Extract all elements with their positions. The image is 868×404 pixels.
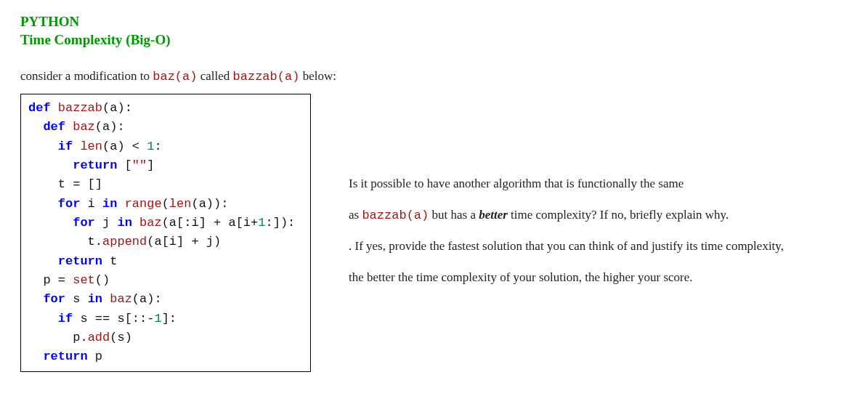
q2-mid: but has a	[429, 208, 479, 222]
num-1: 1	[147, 140, 154, 153]
intro-post: below:	[299, 69, 336, 83]
q3-lead: .	[349, 239, 355, 253]
code-text: t = []	[28, 177, 102, 191]
intro-code-bazzab: bazzab(a)	[233, 70, 300, 84]
fn-baz: baz	[132, 216, 162, 230]
question-line-4: the better the time complexity of your s…	[349, 269, 784, 287]
num-1: 1	[154, 312, 161, 326]
intro-mid: called	[197, 69, 232, 83]
q3-text: If yes, provide the fastest solution tha…	[355, 239, 784, 253]
code-text: t.	[28, 235, 102, 249]
question-line-1: Is it possible to have another algorithm…	[349, 175, 784, 193]
code-text: (a):	[102, 101, 132, 115]
code-text: ()	[95, 273, 110, 287]
code-text: (a) <	[102, 140, 147, 153]
page-heading: PYTHON	[20, 13, 848, 31]
code-text: i	[80, 197, 102, 211]
question-text: Is it possible to have another algorithm…	[349, 94, 784, 300]
fn-bazzab: bazzab	[51, 101, 102, 115]
kw-for: for	[28, 197, 80, 211]
fn-len: len	[169, 197, 192, 211]
kw-if: if	[28, 140, 73, 153]
str-empty: ""	[132, 158, 147, 172]
question-line-3: . If yes, provide the fastest solution t…	[349, 238, 784, 256]
code-text: :]):	[265, 216, 295, 230]
fn-set: set	[73, 273, 95, 287]
q2-pre: as	[349, 208, 362, 222]
question-line-2: as bazzab(a) but has a better time compl…	[349, 206, 784, 225]
kw-return: return	[28, 158, 117, 172]
code-text: ]	[147, 158, 154, 172]
kw-if: if	[28, 312, 73, 326]
intro-line: consider a modification to baz(a) called…	[20, 68, 848, 86]
kw-for: for	[28, 292, 65, 306]
intro-code-baz: baz(a)	[153, 70, 197, 84]
code-text: p =	[28, 273, 73, 287]
code-text: :	[154, 140, 161, 153]
code-text: (a)):	[191, 197, 228, 211]
content-columns: def bazzab(a): def baz(a): if len(a) < 1…	[20, 94, 848, 372]
code-text: j	[95, 216, 118, 230]
kw-return: return	[28, 254, 102, 268]
code-text: s	[65, 292, 88, 306]
kw-in: in	[117, 216, 131, 230]
code-text: [	[117, 158, 131, 172]
q2-post: time complexity? If no, briefly explain …	[508, 208, 729, 222]
kw-in: in	[88, 292, 102, 306]
code-block: def bazzab(a): def baz(a): if len(a) < 1…	[20, 94, 311, 372]
fn-baz: baz	[65, 120, 95, 134]
code-text: t	[102, 254, 117, 268]
code-text: p.	[28, 331, 88, 344]
fn-len: len	[73, 140, 102, 153]
code-text: (a[i] + j)	[147, 235, 221, 249]
code-text: (a):	[132, 292, 162, 306]
fn-baz: baz	[102, 292, 132, 306]
kw-def: def	[28, 101, 51, 115]
code-text: p	[88, 350, 102, 363]
intro-pre: consider a modification to	[20, 69, 153, 83]
q2-code: bazzab(a)	[362, 209, 429, 222]
kw-in: in	[102, 197, 117, 211]
fn-range: range	[117, 197, 161, 211]
kw-def: def	[28, 120, 65, 134]
page-subheading: Time Complexity (Big-O)	[20, 31, 848, 49]
code-text: s == s[::-	[73, 312, 154, 326]
code-text: (	[162, 197, 169, 211]
fn-append: append	[102, 235, 147, 249]
q2-bold: better	[479, 208, 508, 222]
code-text: (a):	[95, 120, 125, 134]
code-text: (s)	[110, 331, 132, 344]
fn-add: add	[88, 331, 110, 344]
kw-return: return	[28, 350, 88, 363]
code-text: ]:	[162, 312, 177, 326]
num-1: 1	[258, 216, 265, 230]
code-text: (a[:i] + a[i+	[162, 216, 259, 230]
kw-for: for	[28, 216, 95, 230]
